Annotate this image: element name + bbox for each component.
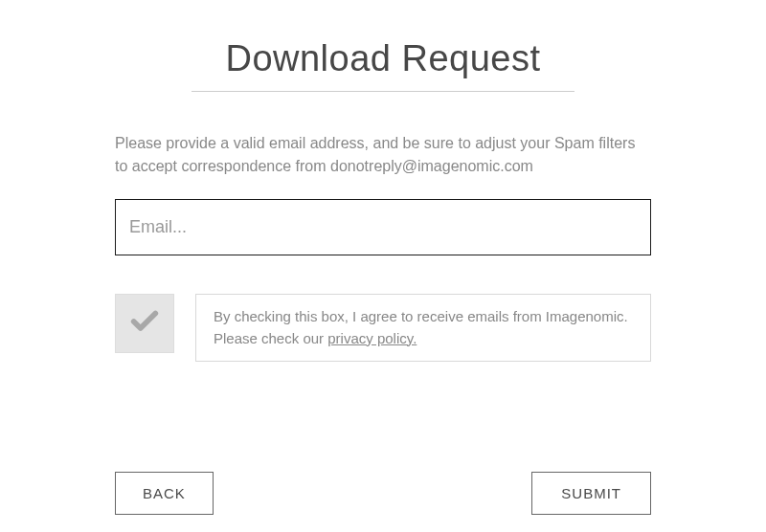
download-request-form: Download Request Please provide a valid … bbox=[0, 0, 766, 515]
check-icon bbox=[128, 305, 161, 342]
privacy-policy-link[interactable]: privacy policy. bbox=[327, 330, 417, 346]
submit-button[interactable]: SUBMIT bbox=[531, 472, 651, 515]
consent-text: By checking this box, I agree to receive… bbox=[195, 294, 651, 362]
consent-checkbox[interactable] bbox=[115, 294, 174, 353]
page-title: Download Request bbox=[115, 38, 651, 79]
email-input[interactable] bbox=[115, 199, 651, 255]
consent-text-before: By checking this box, I agree to receive… bbox=[214, 308, 628, 346]
consent-row: By checking this box, I agree to receive… bbox=[115, 294, 651, 362]
button-row: BACK SUBMIT bbox=[115, 472, 651, 515]
back-button[interactable]: BACK bbox=[115, 472, 214, 515]
instructions-text: Please provide a valid email address, an… bbox=[115, 132, 651, 178]
title-divider bbox=[192, 91, 574, 92]
